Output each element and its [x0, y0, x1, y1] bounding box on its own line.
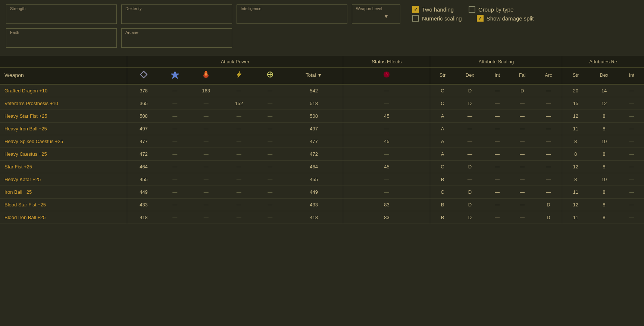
data-cell: —	[222, 84, 255, 97]
scale-int-header: Int	[485, 68, 509, 85]
scale-str-header: Str	[430, 68, 455, 85]
data-cell: —	[455, 135, 485, 148]
attack-power-header: Attack Power	[127, 56, 343, 68]
faith-input[interactable]: 16	[10, 35, 113, 45]
total-col-header[interactable]: Total ▼	[285, 68, 343, 85]
data-cell: 8	[589, 123, 619, 135]
data-cell: 8	[562, 173, 589, 186]
weapon-name-cell: Heavy Iron Ball +25	[0, 123, 127, 135]
data-cell: —	[255, 161, 285, 173]
data-cell: 472	[127, 148, 160, 161]
weapon-name-cell: Heavy Star Fist +25	[0, 110, 127, 123]
weapons-table: Attack Power Status Effects Attribute Sc…	[0, 56, 644, 224]
data-cell: 83	[343, 211, 430, 224]
data-cell: —	[190, 97, 222, 110]
fire-damage-icon	[202, 70, 210, 79]
intelligence-field: Intelligence 9	[237, 4, 347, 24]
data-cell: —	[485, 97, 509, 110]
two-handing-checkbox[interactable]	[412, 6, 419, 13]
data-cell: B	[430, 199, 455, 211]
weapon-col-header: Weapon	[0, 68, 127, 85]
data-cell: 12	[562, 199, 589, 211]
data-cell: —	[255, 97, 285, 110]
data-cell: —	[619, 123, 644, 135]
data-cell: A	[430, 110, 455, 123]
data-cell: —	[190, 211, 222, 224]
weapons-table-container: Attack Power Status Effects Attribute Sc…	[0, 56, 644, 224]
magic-damage-icon	[171, 70, 179, 79]
weapon-name-cell: Veteran's Prosthesis +10	[0, 97, 127, 110]
data-cell: —	[160, 97, 190, 110]
table-row[interactable]: Iron Ball +25449————449—CD———118—	[0, 186, 644, 199]
data-cell: 8	[589, 186, 619, 199]
data-cell: —	[455, 173, 485, 186]
data-cell: —	[255, 135, 285, 148]
data-cell: —	[485, 199, 509, 211]
weapon-name-cell: Heavy Spiked Caestus +25	[0, 135, 127, 148]
data-cell: D	[455, 97, 485, 110]
data-cell: B	[430, 211, 455, 224]
table-row[interactable]: Blood Iron Ball +25418————41883BD——D118—	[0, 211, 644, 224]
data-cell: 12	[562, 161, 589, 173]
intelligence-input[interactable]: 9	[241, 12, 343, 21]
group-by-type-checkbox[interactable]	[469, 6, 475, 13]
weapon-level-dropdown-icon[interactable]: ▼	[384, 13, 389, 19]
dexterity-field: Dexterity 15	[121, 4, 232, 24]
data-cell: 497	[285, 123, 343, 135]
data-cell: —	[255, 173, 285, 186]
data-cell: —	[190, 173, 222, 186]
arcane-input[interactable]: 10	[125, 35, 228, 45]
req-int-header: Int	[619, 68, 644, 85]
data-cell: D	[455, 186, 485, 199]
weapon-level-field: Weapon Level +25 / +10 ▼	[352, 4, 400, 24]
table-row[interactable]: Star Fist +25464————46445CD———128—	[0, 161, 644, 173]
data-cell: —	[509, 161, 535, 173]
table-row[interactable]: Grafted Dragon +10378—163——542—CD—D—2014…	[0, 84, 644, 97]
table-row[interactable]: Heavy Katar +25455————455—B————810—	[0, 173, 644, 186]
weapon-name-cell: Heavy Katar +25	[0, 173, 127, 186]
numeric-scaling-label: Numeric scaling	[422, 15, 462, 22]
phys-damage-icon	[140, 70, 148, 79]
data-cell: 152	[222, 97, 255, 110]
svg-marker-6	[237, 71, 241, 78]
table-row[interactable]: Heavy Caestus +25472————472—A————88—	[0, 148, 644, 161]
data-cell: —	[222, 135, 255, 148]
show-damage-split-checkbox[interactable]	[477, 15, 484, 22]
table-row[interactable]: Heavy Star Fist +25508————50845A————128—	[0, 110, 644, 123]
data-cell: —	[255, 211, 285, 224]
data-cell: 8	[562, 148, 589, 161]
data-cell: —	[619, 161, 644, 173]
data-cell: —	[190, 110, 222, 123]
numeric-scaling-row: Numeric scaling	[412, 15, 462, 22]
numeric-scaling-checkbox[interactable]	[412, 15, 419, 22]
data-cell: C	[430, 161, 455, 173]
strength-input[interactable]: 80	[10, 12, 113, 21]
data-cell: —	[509, 173, 535, 186]
weapon-group-header	[0, 56, 127, 68]
status-icon-col	[343, 68, 430, 85]
table-row[interactable]: Heavy Spiked Caestus +25477————47745A———…	[0, 135, 644, 148]
data-cell: 418	[285, 211, 343, 224]
data-cell: 542	[285, 84, 343, 97]
lightning-icon-col	[222, 68, 255, 85]
weapon-name-cell: Grafted Dragon +10	[0, 84, 127, 97]
scale-dex-header: Dex	[455, 68, 485, 85]
table-row[interactable]: Heavy Iron Ball +25497————497—A————118—	[0, 123, 644, 135]
attributes-required-header: Attributes Re	[562, 56, 644, 68]
data-cell: —	[222, 173, 255, 186]
data-cell: —	[160, 199, 190, 211]
table-row[interactable]: Veteran's Prosthesis +10365——152—518—CD—…	[0, 97, 644, 110]
dexterity-input[interactable]: 15	[125, 12, 228, 21]
data-cell: 14	[589, 84, 619, 97]
data-cell: —	[160, 211, 190, 224]
data-cell: —	[485, 211, 509, 224]
data-cell: 433	[285, 199, 343, 211]
scale-arc-header: Arc	[535, 68, 562, 85]
data-cell: —	[222, 186, 255, 199]
data-cell: 8	[562, 135, 589, 148]
data-cell: —	[190, 148, 222, 161]
weapon-level-input[interactable]: +25 / +10	[356, 12, 382, 21]
data-cell: —	[343, 84, 430, 97]
table-row[interactable]: Blood Star Fist +25433————43383BD——D128—	[0, 199, 644, 211]
data-cell: —	[160, 148, 190, 161]
